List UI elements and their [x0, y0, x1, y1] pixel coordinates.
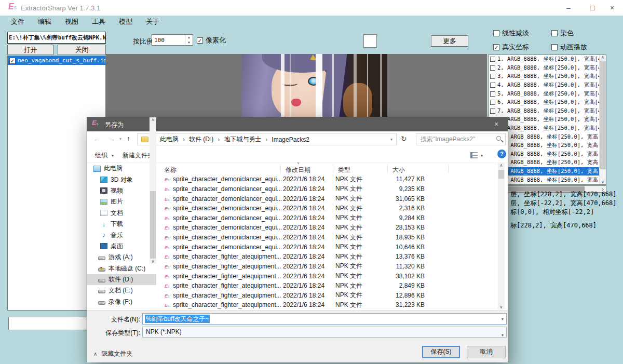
open-button[interactable]: 打开 [7, 45, 53, 55]
column-header-2[interactable]: 类型 [338, 166, 350, 174]
maximize-icon[interactable]: □ [581, 0, 603, 16]
column-header-3[interactable]: 大小 [392, 166, 405, 174]
menu-item-5[interactable]: 关于 [139, 16, 166, 28]
sidebar-item[interactable]: ↓下载 [87, 219, 156, 230]
search-icon[interactable] [496, 136, 501, 141]
sidebar-item[interactable]: 文档 [87, 208, 156, 219]
sidebar-item[interactable]: 图片 [87, 196, 156, 207]
frame-list-item[interactable]: 6, ARGB_8888, 坐标[250,0], 宽高[470,668], [489, 98, 606, 107]
file-row[interactable]: Essprite_character_demoniclancer_equi...… [157, 194, 498, 204]
npk-path-input[interactable]: E:\!补丁集\%剑帝buff改云锦NPK.NPK [7, 32, 106, 44]
menu-item-3[interactable]: 工具 [85, 16, 112, 28]
sidebar-item[interactable]: ♪音乐 [87, 230, 156, 240]
pixelate-checkbox[interactable]: ✓ [197, 37, 203, 44]
menu-item-1[interactable]: 编辑 [31, 16, 58, 28]
scroll-down-icon[interactable]: ∨ [150, 259, 156, 264]
sidebar-item[interactable]: 文档 (E:) [87, 285, 156, 296]
spin-up-icon[interactable]: ▲ [185, 35, 193, 40]
spinner-arrows[interactable]: ▲▼ [185, 35, 193, 45]
more-button[interactable]: 更多 [431, 35, 468, 47]
frame-list-item[interactable]: 1, ARGB_8888, 坐标[250,0], 宽高[470,668], [489, 55, 606, 64]
option-3[interactable]: 动画播放 [551, 43, 587, 52]
dialog-close-icon[interactable]: × [485, 117, 508, 131]
scroll-down-icon[interactable]: ∨ [600, 180, 606, 184]
scrollbar-thumb[interactable] [150, 191, 156, 259]
file-row[interactable]: Essprite_character_demoniclancer_equi...… [157, 184, 498, 194]
history-dropdown-icon[interactable]: ▾ [119, 137, 121, 141]
sidebar-item[interactable]: 视频 [87, 185, 156, 196]
checkbox-icon[interactable] [551, 44, 558, 50]
up-icon[interactable]: ↑ [127, 134, 130, 143]
frame-list-item[interactable]: 5, ARGB_8888, 坐标[250,0], 宽高[470,668], [489, 89, 606, 98]
sidebar-item[interactable]: 录像 (F:) [87, 296, 156, 307]
view-mode-icon[interactable] [470, 152, 478, 158]
file-row[interactable]: Essprite_character_fighter_atequipment..… [157, 281, 498, 291]
file-row[interactable]: Essprite_character_fighter_atequipment..… [157, 291, 498, 301]
file-row[interactable]: Essprite_character_demoniclancer_equi...… [157, 223, 498, 233]
frame-list-item[interactable]: 4, ARGB_8888, 坐标[250,0], 宽高[470,668], [489, 81, 606, 90]
forward-icon[interactable]: → [108, 134, 115, 143]
savetype-select[interactable]: NPK (*.NPK) ▾ [142, 327, 507, 338]
img-list-item[interactable]: ✓neo_vagabond_cut_s_buff.img [8, 56, 105, 65]
menu-item-4[interactable]: 模型 [112, 16, 139, 28]
close-file-button[interactable]: 关闭 [58, 45, 106, 55]
frame-list-item[interactable]: 3, ARGB_8888, 坐标[250,0], 宽高[470,668], [489, 72, 606, 81]
file-row[interactable]: Essprite_character_demoniclancer_equi...… [157, 174, 498, 184]
refresh-icon[interactable]: ↻ [401, 134, 407, 143]
breadcrumb[interactable]: ›此电脑›软件 (D:)›地下城与勇士›ImagePacks2▾ [137, 133, 397, 145]
sidebar-item[interactable]: 本地磁盘 (C:) [87, 263, 156, 274]
scroll-up-icon[interactable]: ∧ [498, 163, 505, 168]
checkbox-icon[interactable] [490, 65, 495, 71]
color-swatch[interactable] [363, 34, 377, 48]
file-row[interactable]: Essprite_character_demoniclancer_equi...… [157, 242, 498, 252]
sidebar-scrollbar[interactable]: ∧ ∨ [150, 117, 156, 264]
file-row[interactable]: Essprite_character_demoniclancer_equi...… [157, 233, 498, 242]
sidebar-item[interactable]: 3D 对象 [87, 174, 156, 185]
view-dropdown-icon[interactable]: ▾ [481, 153, 483, 158]
file-row[interactable]: Essprite_character_demoniclancer_equi...… [157, 213, 498, 223]
sidebar-item[interactable]: 桌面 [87, 241, 156, 252]
organize-button[interactable]: 组织 [95, 151, 107, 160]
help-icon[interactable]: ? [497, 150, 506, 158]
sort-icon[interactable]: ∨ [297, 161, 300, 165]
breadcrumb-item[interactable]: 软件 (D:) [189, 135, 213, 144]
spin-down-icon[interactable]: ▼ [185, 40, 193, 45]
file-row[interactable]: Essprite_character_fighter_atequipment..… [157, 262, 498, 272]
menu-item-0[interactable]: 文件 [4, 16, 31, 28]
checkbox-icon[interactable] [490, 74, 495, 79]
filename-dropdown-icon[interactable]: ▾ [502, 317, 504, 321]
checkbox-icon[interactable] [493, 30, 499, 36]
back-icon[interactable]: ← [93, 134, 101, 143]
close-icon[interactable]: × [601, 0, 623, 16]
breadcrumb-dropdown-icon[interactable]: ▾ [390, 137, 392, 142]
option-0[interactable]: 线性减淡 [493, 29, 529, 38]
checkbox-icon[interactable] [490, 91, 495, 97]
scrollbar-thumb[interactable] [600, 61, 606, 169]
option-1[interactable]: 染色 [551, 29, 574, 38]
scroll-up-icon[interactable]: ∧ [600, 55, 606, 60]
frame-list-item[interactable]: 7, ARGB_8888, 坐标[250,0], 宽高[470,668], [489, 107, 606, 116]
file-list-scrollbar[interactable]: ∧ ∨ [498, 163, 505, 309]
frame-list-scrollbar[interactable]: ∧ ∨ [599, 55, 606, 184]
column-header-1[interactable]: 修改日期 [286, 166, 310, 174]
scroll-up-icon[interactable]: ∧ [150, 117, 156, 122]
scroll-down-icon[interactable]: ∨ [498, 305, 505, 309]
scale-spinner[interactable]: 100 ▲▼ [152, 34, 193, 46]
scrollbar-thumb[interactable] [498, 170, 504, 179]
checkbox-icon[interactable] [490, 83, 495, 88]
filename-input[interactable]: %剑帝buff改天命之子~ ▾ [142, 313, 507, 325]
file-row[interactable]: Essprite_character_fighter_atequipment..… [157, 300, 498, 310]
checkbox-icon[interactable]: ✓ [9, 58, 16, 64]
menu-item-2[interactable]: 视图 [58, 16, 85, 28]
scale-value[interactable]: 100 [154, 37, 165, 44]
minimize-icon[interactable]: – [558, 0, 579, 16]
new-folder-button[interactable]: 新建文件夹 [123, 151, 154, 160]
sidebar-item[interactable]: 软件 (D:) [87, 274, 156, 285]
file-row[interactable]: Essprite_character_demoniclancer_equi...… [157, 204, 498, 213]
save-button[interactable]: 保存(S) [422, 346, 460, 358]
savetype-dropdown-icon[interactable]: ▾ [502, 330, 504, 340]
file-row[interactable]: Essprite_character_fighter_atequipment..… [157, 271, 498, 281]
breadcrumb-item[interactable]: 此电脑 [160, 135, 179, 144]
search-input[interactable]: 搜索"ImagePacks2" [416, 133, 506, 145]
breadcrumb-item[interactable]: 地下城与勇士 [224, 135, 261, 144]
